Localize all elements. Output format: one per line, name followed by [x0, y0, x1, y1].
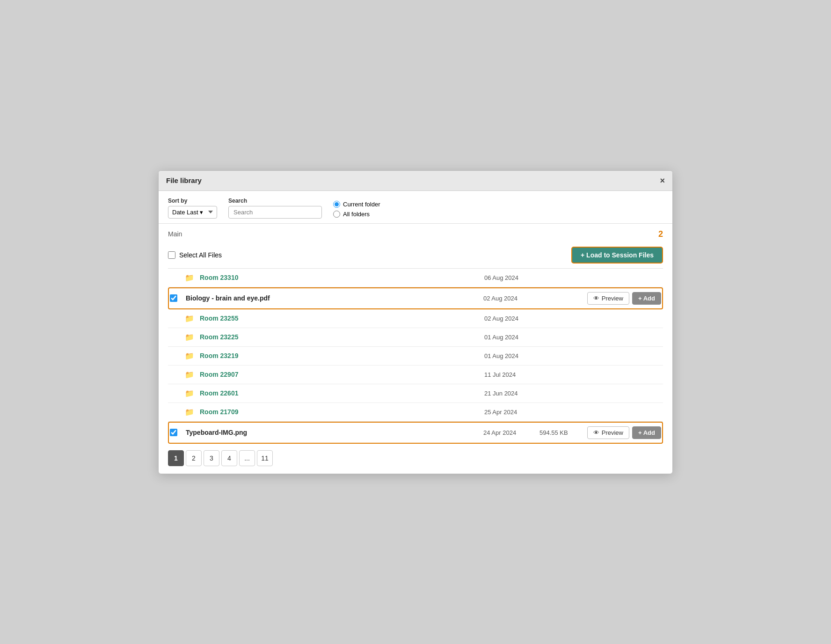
load-to-session-button[interactable]: + Load to Session Files — [571, 247, 663, 263]
row-checkbox-cell — [170, 294, 181, 302]
folder-icon: 📁 — [185, 408, 194, 417]
list-item: 📁 Room 23225 01 Aug 2024 — [168, 328, 663, 347]
folder-scope-group: Current folder All folders — [333, 201, 380, 219]
toolbar: Sort by Date Last ▾ Date First Name A-Z … — [159, 191, 672, 224]
folder-icon: 📁 — [185, 351, 194, 360]
folder-name[interactable]: Room 22601 — [200, 389, 480, 397]
list-item: 1 Biology - brain and eye.pdf 02 Aug 202… — [168, 287, 663, 309]
all-folders-label: All folders — [343, 211, 370, 218]
add-button[interactable]: + Add — [632, 292, 661, 305]
add-button[interactable]: + Add — [632, 426, 661, 439]
eye-icon: 👁 — [593, 429, 599, 436]
file-actions: 👁 Preview + Add — [586, 292, 661, 305]
select-all-text: Select All Files — [179, 251, 222, 259]
file-size: 594.55 KB — [539, 429, 582, 436]
section-header: Main 2 — [168, 224, 663, 243]
preview-button[interactable]: 👁 Preview — [587, 292, 629, 305]
folder-name[interactable]: Room 22907 — [200, 371, 480, 378]
content-area: Main 2 Select All Files + Load to Sessio… — [159, 224, 672, 474]
folder-name[interactable]: Room 23310 — [200, 274, 480, 281]
page-button-2[interactable]: 2 — [186, 450, 202, 466]
file-checkbox[interactable] — [170, 294, 177, 302]
current-folder-option[interactable]: Current folder — [333, 201, 380, 208]
file-name: Biology - brain and eye.pdf — [186, 294, 479, 302]
file-date: 25 Apr 2024 — [484, 409, 536, 416]
dialog-title: File library — [166, 176, 202, 184]
pagination: 1 2 3 4 ... 11 — [168, 444, 663, 474]
file-library-dialog: File library × Sort by Date Last ▾ Date … — [158, 170, 673, 474]
all-folders-option[interactable]: All folders — [333, 211, 380, 218]
page-button-1[interactable]: 1 — [168, 450, 184, 466]
all-folders-radio[interactable] — [333, 211, 340, 218]
list-item: 📁 Room 23310 06 Aug 2024 — [168, 269, 663, 287]
file-date: 11 Jul 2024 — [484, 371, 536, 378]
page-button-ellipsis[interactable]: ... — [239, 450, 255, 466]
file-actions: 👁 Preview + Add — [586, 426, 661, 439]
list-item: 📁 Room 22601 21 Jun 2024 — [168, 384, 663, 403]
section-title: Main — [168, 230, 182, 238]
search-label: Search — [228, 198, 322, 204]
list-item: 📁 Room 21709 25 Apr 2024 — [168, 403, 663, 422]
row-checkbox-cell — [170, 429, 181, 436]
eye-icon: 👁 — [593, 295, 599, 302]
selected-count-badge: 2 — [658, 229, 663, 239]
list-item: 📁 Room 23219 01 Aug 2024 — [168, 347, 663, 366]
page-button-4[interactable]: 4 — [221, 450, 237, 466]
preview-button[interactable]: 👁 Preview — [587, 426, 629, 439]
search-group: Search — [228, 198, 322, 219]
file-checkbox[interactable] — [170, 429, 177, 436]
select-all-checkbox[interactable] — [168, 251, 175, 259]
list-item: Typeboard-IMG.png 24 Apr 2024 594.55 KB … — [168, 422, 663, 444]
select-all-label[interactable]: Select All Files — [168, 251, 222, 259]
file-date: 01 Aug 2024 — [484, 334, 536, 341]
file-date: 02 Aug 2024 — [484, 315, 536, 322]
page-button-11[interactable]: 11 — [257, 450, 273, 466]
folder-icon: 📁 — [185, 273, 194, 282]
folder-icon: 📁 — [185, 314, 194, 323]
sort-by-label: Sort by — [168, 198, 217, 204]
folder-icon: 📁 — [185, 370, 194, 379]
current-folder-label: Current folder — [343, 201, 380, 208]
folder-name[interactable]: Room 21709 — [200, 408, 480, 416]
sort-select[interactable]: Date Last ▾ Date First Name A-Z Name Z-A — [168, 206, 217, 219]
select-all-row: Select All Files + Load to Session Files — [168, 243, 663, 268]
current-folder-radio[interactable] — [333, 201, 340, 208]
search-input[interactable] — [228, 206, 322, 219]
file-date: 21 Jun 2024 — [484, 390, 536, 397]
file-name: Typeboard-IMG.png — [186, 429, 479, 436]
folder-name[interactable]: Room 23225 — [200, 333, 480, 341]
list-item: 📁 Room 22907 11 Jul 2024 — [168, 366, 663, 384]
close-button[interactable]: × — [660, 176, 665, 185]
folder-name[interactable]: Room 23219 — [200, 352, 480, 359]
file-date: 02 Aug 2024 — [483, 295, 535, 302]
folder-icon: 📁 — [185, 333, 194, 342]
dialog-header: File library × — [159, 171, 672, 191]
page-button-3[interactable]: 3 — [204, 450, 219, 466]
folder-name[interactable]: Room 23255 — [200, 315, 480, 322]
list-item: 📁 Room 23255 02 Aug 2024 — [168, 309, 663, 328]
sort-group: Sort by Date Last ▾ Date First Name A-Z … — [168, 198, 217, 219]
file-date: 01 Aug 2024 — [484, 352, 536, 359]
folder-icon: 📁 — [185, 389, 194, 398]
file-date: 24 Apr 2024 — [483, 429, 535, 436]
file-date: 06 Aug 2024 — [484, 274, 536, 281]
file-list: 📁 Room 23310 06 Aug 2024 1 Biology - bra… — [168, 268, 663, 444]
